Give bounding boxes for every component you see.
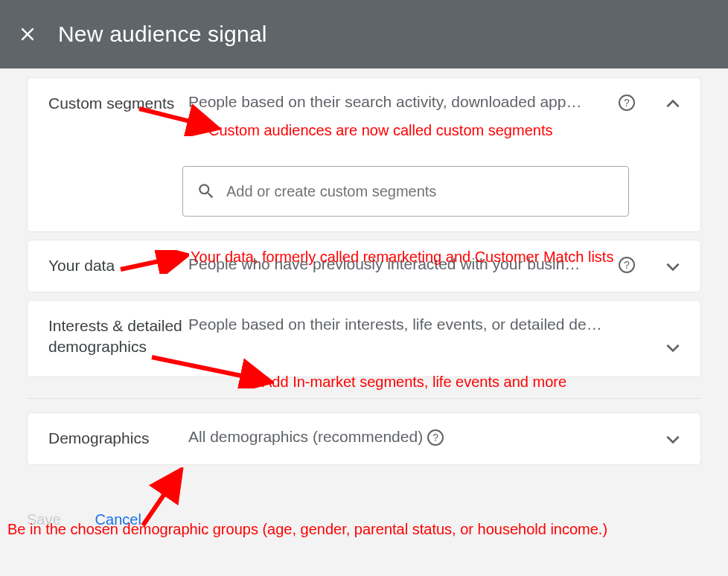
content-area: Custom segments People based on their se… xyxy=(0,68,728,465)
help-icon[interactable] xyxy=(619,95,635,111)
footer-actions: Save Cancel xyxy=(0,511,728,528)
card-label-yourdata: Your data xyxy=(48,255,182,276)
chevron-up-icon xyxy=(663,95,683,114)
section-divider xyxy=(27,398,701,399)
chevron-down-icon xyxy=(663,338,683,357)
help-icon[interactable] xyxy=(427,429,444,446)
card-desc-yourdata: People who have previously interacted wi… xyxy=(188,255,614,273)
save-button[interactable]: Save xyxy=(27,511,61,528)
expand-toggle-interests[interactable] xyxy=(663,338,683,360)
card-your-data[interactable]: Your data People who have previously int… xyxy=(27,240,701,292)
card-custom-segments[interactable]: Custom segments People based on their se… xyxy=(27,77,701,232)
card-label-demographics: Demographics xyxy=(48,428,182,449)
expand-toggle-yourdata[interactable] xyxy=(663,257,683,279)
card-label-interests: Interests & detailed demographics xyxy=(48,316,182,358)
chevron-down-icon xyxy=(663,257,683,276)
card-interests[interactable]: Interests & detailed demographics People… xyxy=(27,300,701,378)
card-desc-demographics: All demographics (recommended) xyxy=(188,428,423,446)
close-button[interactable] xyxy=(18,25,37,44)
expand-toggle-demographics[interactable] xyxy=(663,429,683,452)
chevron-down-icon xyxy=(663,429,683,449)
collapse-toggle-custom[interactable] xyxy=(663,95,683,117)
search-icon xyxy=(197,182,216,201)
card-label-custom: Custom segments xyxy=(48,93,182,114)
cancel-button[interactable]: Cancel xyxy=(95,511,141,528)
card-desc-interests: People based on their interests, life ev… xyxy=(188,316,635,333)
page-title: New audience signal xyxy=(58,22,267,47)
close-icon xyxy=(18,25,37,44)
dialog-header: New audience signal xyxy=(0,0,728,68)
card-desc-custom: People based on their search activity, d… xyxy=(188,93,614,111)
card-demographics[interactable]: Demographics All demographics (recommend… xyxy=(27,412,701,464)
custom-segments-search[interactable] xyxy=(182,166,629,217)
custom-segments-input[interactable] xyxy=(226,183,615,200)
help-icon[interactable] xyxy=(619,257,635,273)
